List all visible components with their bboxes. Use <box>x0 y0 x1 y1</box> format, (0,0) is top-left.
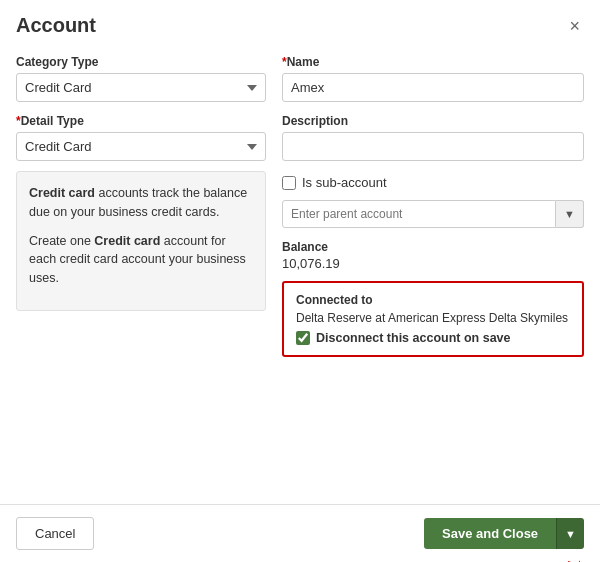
connected-to-label: Connected to <box>296 293 570 307</box>
balance-value: 10,076.19 <box>282 256 584 271</box>
close-button[interactable]: × <box>565 15 584 37</box>
subaccount-label: Is sub-account <box>302 175 387 190</box>
name-label: *Name <box>282 55 584 69</box>
description-group: Description <box>282 114 584 161</box>
disconnect-label: Disconnect this account on save <box>316 331 511 345</box>
left-column: Category Type Credit Card Bank Cash *Det… <box>16 55 266 357</box>
info-box: Credit card accounts track the balance d… <box>16 171 266 311</box>
name-group: *Name <box>282 55 584 102</box>
balance-section: Balance 10,076.19 <box>282 240 584 271</box>
connected-account-name: Delta Reserve at American Express Delta … <box>296 311 570 325</box>
form-columns: Category Type Credit Card Bank Cash *Det… <box>16 55 584 357</box>
modal-body: Category Type Credit Card Bank Cash *Det… <box>0 45 600 504</box>
detail-type-label: *Detail Type <box>16 114 266 128</box>
parent-account-input[interactable] <box>282 200 556 228</box>
arrow-indicator: ➘ <box>561 548 590 562</box>
category-type-select[interactable]: Credit Card Bank Cash <box>16 73 266 102</box>
modal-header: Account × <box>0 0 600 45</box>
description-input[interactable] <box>282 132 584 161</box>
save-button-group: Save and Close ▼ ➘ <box>424 518 584 549</box>
detail-type-group: *Detail Type Credit Card <box>16 114 266 161</box>
subaccount-row: Is sub-account <box>282 175 584 190</box>
right-column: *Name Description Is sub-account ▼ <box>282 55 584 357</box>
info-box-line1: Credit card accounts track the balance d… <box>29 184 253 222</box>
info-bold-2: Credit card <box>94 234 160 248</box>
save-dropdown-icon: ▼ <box>565 528 576 540</box>
balance-label: Balance <box>282 240 584 254</box>
category-type-label: Category Type <box>16 55 266 69</box>
parent-account-row: ▼ <box>282 200 584 228</box>
info-box-line2: Create one Credit card account for each … <box>29 232 253 288</box>
subaccount-checkbox[interactable] <box>282 176 296 190</box>
category-type-group: Category Type Credit Card Bank Cash <box>16 55 266 102</box>
parent-account-dropdown-button[interactable]: ▼ <box>556 200 584 228</box>
disconnect-checkbox[interactable] <box>296 331 310 345</box>
connected-to-box: Connected to Delta Reserve at American E… <box>282 281 584 357</box>
info-bold-1: Credit card <box>29 186 95 200</box>
description-label: Description <box>282 114 584 128</box>
page-title: Account <box>16 14 96 37</box>
name-input[interactable] <box>282 73 584 102</box>
cancel-button[interactable]: Cancel <box>16 517 94 550</box>
disconnect-row: Disconnect this account on save <box>296 331 570 345</box>
detail-type-select[interactable]: Credit Card <box>16 132 266 161</box>
save-dropdown-button[interactable]: ▼ <box>556 518 584 549</box>
modal-footer: Cancel Save and Close ▼ ➘ <box>0 504 600 562</box>
save-and-close-button[interactable]: Save and Close <box>424 518 556 549</box>
account-modal: Account × Category Type Credit Card Bank… <box>0 0 600 562</box>
